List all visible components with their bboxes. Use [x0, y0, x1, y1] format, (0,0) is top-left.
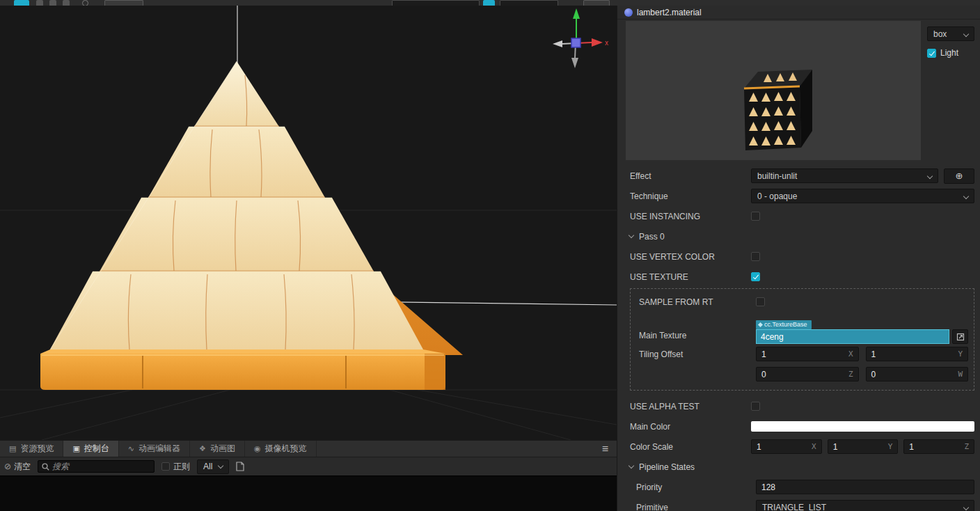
axis-x-label: X	[848, 349, 853, 359]
regex-label: 正则	[173, 461, 190, 473]
use-texture-row: USE TEXTURE	[617, 267, 980, 287]
light-checkbox[interactable]	[927, 49, 936, 58]
use-instancing-checkbox[interactable]	[751, 212, 760, 221]
chevron-down-icon	[629, 233, 634, 238]
color-scale-y-value: 1	[833, 442, 838, 452]
use-vertex-color-label: USE VERTEX COLOR	[630, 252, 751, 262]
material-preview[interactable]	[626, 21, 921, 160]
main-texture-label: Main Texture	[639, 331, 756, 340]
panel-menu-icon[interactable]: ≡	[594, 441, 617, 457]
console-search[interactable]	[38, 460, 155, 473]
inspector-title: lambert2.material	[637, 8, 702, 17]
pyramid-model[interactable]	[40, 61, 463, 390]
search-input[interactable]	[52, 462, 150, 471]
use-alpha-test-checkbox[interactable]	[751, 402, 760, 411]
clear-icon: ⊘	[4, 462, 11, 471]
tab-label: 摄像机预览	[265, 443, 307, 455]
log-file-icon[interactable]	[236, 462, 244, 471]
axis-x-label: X	[812, 442, 816, 451]
use-texture-checkbox[interactable]	[751, 272, 760, 281]
tab-console[interactable]: ▣ 控制台	[63, 441, 118, 457]
texture-picker-button[interactable]	[952, 329, 968, 344]
toolbar-dropdown[interactable]	[104, 0, 143, 6]
texture-group: SAMPLE FROM RT Main Texture cc.TextureBa…	[630, 288, 974, 391]
preview-mesh-select[interactable]: box	[927, 26, 974, 41]
chevron-down-icon	[629, 463, 634, 469]
transform-gizmo[interactable]: x	[553, 8, 608, 68]
technique-select[interactable]: 0 - opaque	[751, 189, 974, 203]
tiling-y-field[interactable]: 1 Y	[866, 347, 969, 361]
log-filter-select[interactable]: All	[197, 459, 229, 474]
clear-label: 清空	[14, 461, 31, 473]
toolbar-scale-icon[interactable]	[63, 0, 70, 6]
effect-select[interactable]: builtin-unlit	[751, 168, 938, 183]
animation-graph-icon: ❖	[199, 444, 206, 453]
regex-checkbox[interactable]	[161, 462, 170, 471]
chevron-down-icon	[218, 462, 223, 468]
offset-z-value: 0	[761, 370, 766, 379]
scene-viewport[interactable]: x	[0, 6, 617, 440]
toolbar-field-2[interactable]	[500, 0, 558, 6]
use-texture-label: USE TEXTURE	[630, 272, 751, 282]
tiling-y-value: 1	[871, 349, 876, 359]
main-texture-field[interactable]: 4ceng	[756, 329, 949, 344]
add-effect-button[interactable]: ⊕	[944, 168, 974, 184]
left-column: x ▤ 资源预览 ▣ 控制台 ∿ 动画编辑器	[0, 6, 617, 511]
color-scale-z-field[interactable]: 1 Z	[903, 439, 974, 454]
color-scale-x-field[interactable]: 1 X	[751, 439, 822, 454]
primitive-select[interactable]: TRIANGLE_LIST	[756, 500, 974, 511]
sample-from-rt-checkbox[interactable]	[756, 297, 765, 306]
assets-preview-icon: ▤	[9, 444, 16, 453]
tab-animation-editor[interactable]: ∿ 动画编辑器	[119, 441, 190, 457]
pass0-section-header[interactable]: Pass 0	[617, 226, 980, 246]
color-scale-z-value: 1	[909, 442, 914, 452]
main-toolbar	[0, 0, 980, 6]
chevron-down-icon	[963, 505, 969, 510]
main-color-label: Main Color	[630, 422, 751, 432]
toolbar-rotate-icon[interactable]	[49, 0, 56, 6]
light-label: Light	[940, 48, 958, 58]
console-icon: ▣	[72, 444, 79, 453]
axis-y-label: Y	[888, 442, 893, 451]
pass0-label: Pass 0	[639, 232, 665, 242]
console-log-area[interactable]	[0, 475, 617, 511]
offset-w-field[interactable]: 0 W	[866, 367, 969, 382]
material-icon	[624, 8, 633, 17]
use-alpha-test-row: USE ALPHA TEST	[617, 396, 980, 416]
tiling-offset-row-2: 0 Z 0 W	[631, 364, 974, 384]
color-scale-label: Color Scale	[630, 442, 751, 452]
main-color-row: Main Color	[617, 416, 980, 437]
technique-row: Technique 0 - opaque	[617, 186, 980, 206]
toolbar-button[interactable]	[583, 0, 610, 6]
use-vertex-color-row: USE VERTEX COLOR	[617, 246, 980, 267]
preview-light-toggle[interactable]: Light	[927, 48, 974, 58]
console-clear-button[interactable]: ⊘ 清空	[4, 461, 31, 473]
pipeline-states-header[interactable]: Pipeline States	[617, 457, 980, 477]
toolbar-field[interactable]	[392, 0, 480, 6]
scene-canvas[interactable]: x	[0, 6, 617, 440]
regex-toggle[interactable]: 正则	[161, 461, 190, 473]
console-toolbar: ⊘ 清空 正则 All	[0, 457, 617, 475]
gizmo-x-label: x	[605, 39, 608, 47]
tab-camera-preview[interactable]: ◉ 摄像机预览	[245, 441, 317, 457]
texture-type-badge: cc.TextureBase	[756, 320, 812, 329]
offset-z-field[interactable]: 0 Z	[756, 367, 859, 382]
priority-field[interactable]: 128	[756, 480, 974, 494]
tab-animation-graph[interactable]: ❖ 动画图	[190, 441, 245, 457]
toolbar-play-button[interactable]	[483, 0, 495, 6]
effect-label: Effect	[630, 171, 751, 181]
main-color-swatch[interactable]	[751, 421, 974, 432]
toolbar-active-tool-button[interactable]	[14, 0, 29, 6]
tab-label: 动画编辑器	[139, 443, 180, 455]
color-scale-y-field[interactable]: 1 Y	[828, 439, 899, 454]
tiling-x-field[interactable]: 1 X	[756, 347, 859, 361]
effect-value: builtin-unlit	[757, 171, 797, 181]
tab-assets-preview[interactable]: ▤ 资源预览	[0, 441, 63, 457]
primitive-label: Primitive	[636, 503, 756, 511]
toolbar-gizmo-icon[interactable]	[82, 0, 88, 6]
toolbar-move-icon[interactable]	[36, 0, 43, 6]
tab-label: 动画图	[210, 443, 235, 455]
color-scale-x-value: 1	[757, 442, 761, 452]
use-vertex-color-checkbox[interactable]	[751, 252, 760, 261]
texture-type-icon	[758, 322, 763, 327]
